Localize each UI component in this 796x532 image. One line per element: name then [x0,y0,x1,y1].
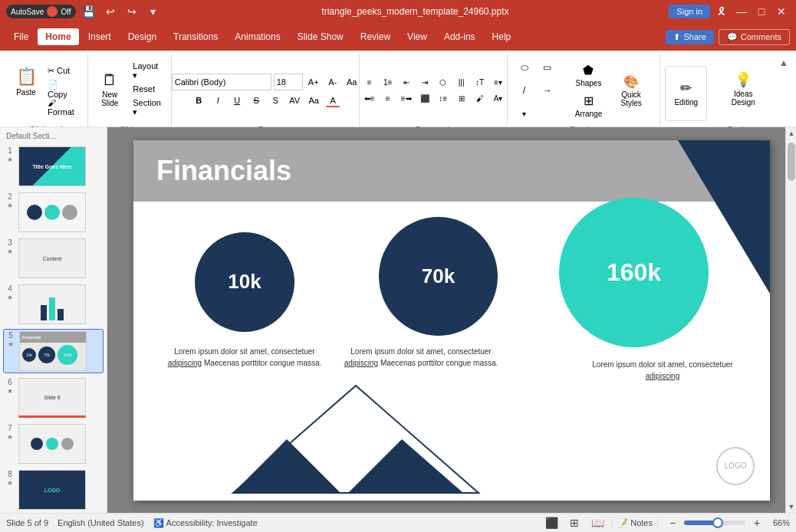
justify-button[interactable]: ⬛ [416,92,433,106]
slide-thumb-4[interactable]: 4 ★ [3,283,104,326]
align-center-button[interactable]: ≡ [380,92,396,106]
slide-area[interactable]: ▲ ▼ Financials 10k 70k 160k [107,127,796,513]
shapes-button[interactable]: ⬟ Shapes [573,61,605,90]
vertical-scrollbar[interactable]: ▲ ▼ [785,127,796,513]
clear-format-button[interactable]: Aa [344,74,360,90]
font-size-input[interactable] [274,74,303,90]
decrease-font-button[interactable]: A- [324,74,341,90]
slide-thumb-7[interactable]: 7 ★ [3,422,104,465]
autosave-toggle[interactable]: AutoSave Off [6,5,76,18]
change-case-button[interactable]: Aa [305,93,322,108]
notes-button[interactable]: 📝 Notes [612,518,658,528]
section-header: Default Secti... [3,130,104,142]
italic-button[interactable]: I [209,93,226,108]
menu-home[interactable]: Home [38,28,78,45]
align-right-button[interactable]: ≡➡ [398,92,415,106]
strikethrough-button[interactable]: S [248,93,265,108]
zoom-thumb[interactable] [712,517,723,528]
editing-button[interactable]: ✏ Editing [665,66,707,121]
bullets-button[interactable]: ≡ [361,76,378,90]
customize-qat-button[interactable]: ▾ [145,3,162,20]
char-spacing-button[interactable]: AV [286,93,303,108]
section-button[interactable]: Section ▾ [130,99,166,116]
zoom-slider[interactable] [684,521,745,525]
arrange-button[interactable]: ⊞ Arrange [573,91,605,120]
menu-view[interactable]: View [400,28,435,45]
new-slide-icon: 🗒 [102,71,117,89]
slide-star-6: ★ [7,387,13,395]
font-name-input[interactable] [172,74,271,90]
slide-thumb-6[interactable]: 6 ★ Slide 6 [3,376,104,419]
menu-addins[interactable]: Add-ins [436,28,483,45]
smartart-button[interactable]: ⬡ [435,76,452,90]
shape-oval[interactable]: ⬭ [514,57,535,78]
slide-canvas[interactable]: Financials 10k 70k 160k Lorem ipsum dolo… [133,140,770,501]
comments-button[interactable]: 💬 Comments [719,29,790,45]
close-button[interactable]: ✕ [773,3,790,20]
undo-button[interactable]: ↩ [102,3,119,20]
accessibility-button[interactable]: ♿ Accessibility: Investigate [153,518,258,528]
save-button[interactable]: 💾 [81,3,97,20]
menu-design[interactable]: Design [120,28,164,45]
format-painter-button[interactable]: 🖌 Format [44,99,83,116]
increase-font-button[interactable]: A+ [305,74,322,90]
copy-button[interactable]: 📄 Copy [44,80,83,97]
columns2-button[interactable]: ⊞ [453,92,470,106]
menu-insert[interactable]: Insert [81,28,119,45]
shape-arrow[interactable]: → [537,80,558,101]
underline-button[interactable]: U [229,93,245,108]
new-slide-button[interactable]: 🗒 NewSlide [94,61,125,117]
slide-thumb-5[interactable]: 5 ★ Financials 10k 70k 160k [3,329,104,373]
slide-thumb-2[interactable]: 2 ★ [3,191,104,234]
slide-sorter-button[interactable]: ⊞ [566,514,583,531]
paste-button[interactable]: 📋 Paste [9,54,43,109]
zoom-in-button[interactable]: + [748,514,765,531]
shape-rect[interactable]: ▭ [537,57,558,78]
shadow-button[interactable]: S [267,93,284,108]
align-text-button[interactable]: ≡▾ [490,76,507,90]
ideas-design-icon: 💡 [735,71,752,88]
align-left-button[interactable]: ⬅≡ [361,92,378,106]
zoom-out-button[interactable]: − [664,514,681,531]
font-color-button[interactable]: A [324,93,341,108]
signin-button[interactable]: Sign in [669,5,710,18]
redo-button[interactable]: ↪ [123,3,140,20]
text-direction-button[interactable]: ↕T [472,76,488,90]
collapse-ribbon-button[interactable]: ▲ [776,55,791,71]
menu-transitions[interactable]: Transitions [166,28,225,45]
scroll-up-button[interactable]: ▲ [786,127,796,140]
reset-button[interactable]: Reset [130,80,166,97]
maximize-button[interactable]: □ [753,3,770,20]
quick-styles-button[interactable]: 🎨 Quick Styles [607,71,655,110]
menu-slideshow[interactable]: Slide Show [290,28,351,45]
slide-thumb-1[interactable]: 1 ★ Title Goes Here [3,145,104,188]
menu-file[interactable]: File [6,28,36,45]
scroll-down-button[interactable]: ▼ [786,501,796,513]
menu-help[interactable]: Help [485,28,519,45]
layout-button[interactable]: Layout ▾ [130,62,166,79]
slide-thumb-3[interactable]: 3 ★ Content [3,237,104,280]
normal-view-button[interactable]: ⬛ [543,514,560,531]
ribbon-display-button[interactable]: 🎗 [713,3,730,20]
increase-indent-button[interactable]: ⇥ [416,76,433,90]
numbering-button[interactable]: 1≡ [380,76,396,90]
share-button[interactable]: ⬆ Share [666,30,713,44]
font-color2-button[interactable]: A▾ [490,92,507,106]
slide-thumb-8[interactable]: 8 ★ LOGO [3,468,104,511]
columns-button[interactable]: ||| [453,76,470,90]
ideas-design-label: Ideas Design [722,90,764,107]
decrease-indent-button[interactable]: ⇤ [398,76,415,90]
ideas-design-button[interactable]: 💡 Ideas Design [716,61,770,117]
reading-view-button[interactable]: 📖 [589,514,606,531]
menu-review[interactable]: Review [353,28,398,45]
slide-star-1: ★ [7,156,13,163]
shapes-more[interactable]: ▾ [514,103,535,124]
highlight-button[interactable]: 🖌 [472,92,488,106]
shape-line[interactable]: / [514,80,535,101]
minimize-button[interactable]: — [733,3,750,20]
cut-button[interactable]: ✂ Cut [44,62,83,79]
bold-button[interactable]: B [190,93,207,108]
scroll-thumb[interactable] [788,143,795,181]
menu-animations[interactable]: Animations [227,28,288,45]
line-spacing-button[interactable]: ↕≡ [435,92,452,106]
